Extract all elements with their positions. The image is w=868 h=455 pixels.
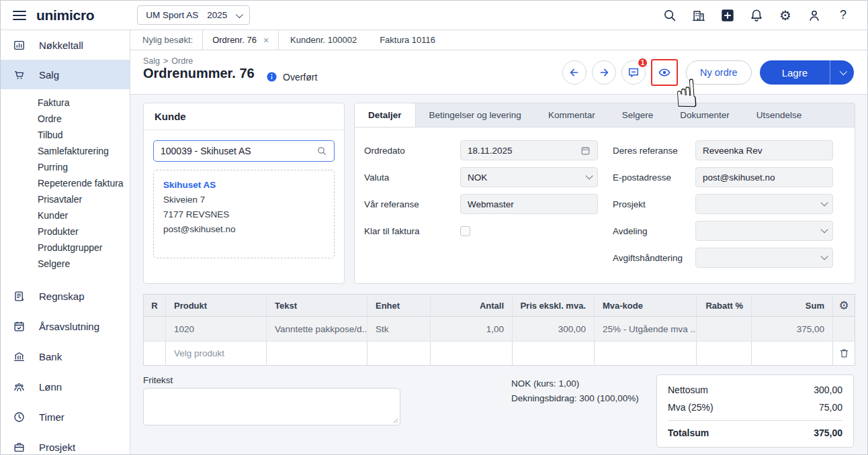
cell-rabatt[interactable]	[697, 317, 752, 341]
trash-icon[interactable]	[838, 348, 850, 359]
prosjekt-select[interactable]	[695, 194, 833, 214]
fritekst-textarea[interactable]	[143, 388, 400, 425]
sidebar-item-faktura[interactable]: Faktura	[1, 95, 130, 111]
arrow-left-icon	[568, 66, 581, 79]
cell-pris-input[interactable]	[513, 342, 595, 365]
close-icon[interactable]: ×	[263, 36, 269, 45]
var-referanse-value: Webmaster	[468, 199, 514, 209]
sidebar-item-label: Bank	[39, 351, 62, 362]
calendar-icon[interactable]	[580, 146, 591, 156]
cell-sum-input[interactable]	[752, 342, 833, 365]
cell-tekst[interactable]: Vanntette pakkpose/d...	[267, 317, 367, 341]
sidebar-item-ordre[interactable]: Ordre	[1, 111, 130, 127]
klar-til-faktura-checkbox[interactable]	[460, 226, 470, 236]
ordredato-input[interactable]: 18.11.2025	[460, 140, 598, 160]
settings-icon[interactable]: ⚙	[777, 7, 793, 23]
company-directory-icon[interactable]	[691, 7, 707, 23]
sidebar-item-salg[interactable]: Salg	[1, 60, 130, 89]
valuta-select[interactable]: NOK	[460, 167, 598, 187]
breadcrumb-salg[interactable]: Salg	[143, 56, 160, 66]
sidebar-item-label: Nøkkeltall	[39, 40, 83, 51]
cell-r	[144, 342, 166, 365]
table-row[interactable]: 1020 Vanntette pakkpose/d... Stk 1,00 30…	[144, 317, 855, 342]
new-order-button[interactable]: Ny ordre	[686, 60, 752, 85]
order-details-panel: Detaljer Betingelser og levering Komment…	[354, 103, 855, 284]
sidebar-item-bank[interactable]: Bank	[1, 342, 130, 372]
cell-enhet[interactable]: Stk	[367, 317, 431, 341]
chevron-down-icon	[820, 252, 828, 260]
cell-tekst-input[interactable]	[267, 342, 367, 365]
save-dropdown-button[interactable]	[830, 60, 854, 85]
forward-button[interactable]	[592, 60, 616, 85]
breadcrumb: Salg>Ordre	[143, 56, 193, 66]
cell-pris[interactable]: 300,00	[513, 317, 595, 341]
preview-button[interactable]	[653, 61, 676, 84]
cell-antall[interactable]: 1,00	[431, 317, 513, 341]
customer-panel-title: Kunde	[144, 103, 344, 130]
user-icon[interactable]	[806, 7, 822, 23]
customer-name-link[interactable]: Skihuset AS	[163, 178, 324, 193]
sidebar-salg-submenu: Faktura Ordre Tilbud Samlefakturering Pu…	[1, 89, 130, 276]
tab-kommentar[interactable]: Kommentar	[535, 103, 609, 127]
avdeling-select[interactable]	[695, 221, 833, 241]
cell-mva-kode[interactable]: 25% - Utgående mva ...	[595, 317, 697, 341]
sidebar-item-repeterende-faktura[interactable]: Repeterende faktura	[1, 175, 130, 191]
table-new-row[interactable]: Velg produkt	[144, 342, 855, 365]
back-button[interactable]	[562, 60, 587, 85]
comments-button[interactable]: 1	[621, 60, 646, 85]
var-referanse-input[interactable]: Webmaster	[460, 194, 598, 214]
sidebar-item-prisavtaler[interactable]: Prisavtaler	[1, 191, 130, 207]
people-icon	[13, 381, 26, 393]
menu-icon[interactable]	[13, 11, 26, 20]
sidebar-item-tilbud[interactable]: Tilbud	[1, 127, 130, 143]
notifications-icon[interactable]	[748, 7, 765, 23]
sidebar-item-kunder[interactable]: Kunder	[1, 207, 130, 223]
cell-rabatt-input[interactable]	[697, 342, 752, 365]
add-new-icon[interactable]	[720, 7, 736, 23]
recent-tab-ordrenr-76[interactable]: Ordrenr. 76 ×	[202, 30, 279, 50]
sidebar-item-prosjekt[interactable]: Prosjekt	[1, 432, 130, 455]
recent-tab-kundenr[interactable]: Kundenr. 100002	[279, 35, 368, 45]
sidebar-item-selgere[interactable]: Selgere	[1, 256, 130, 272]
cell-sum[interactable]: 375,00	[752, 317, 833, 341]
sidebar-item-lonn[interactable]: Lønn	[1, 372, 130, 402]
customer-postal: 7177 REVSNES	[163, 207, 324, 222]
ordredato-label: Ordredato	[364, 146, 460, 156]
sidebar: Nøkkeltall Salg Faktura Ordre Tilbud Sam…	[1, 30, 130, 454]
customer-search-input[interactable]: 100039 - Skihuset AS	[153, 140, 335, 162]
table-settings-icon[interactable]: ⚙	[838, 300, 849, 311]
tab-dokumenter[interactable]: Dokumenter	[666, 103, 743, 127]
breadcrumb-ordre[interactable]: Ordre	[171, 56, 193, 66]
search-icon	[316, 146, 327, 156]
company-selector[interactable]: UM Sport AS 2025	[137, 5, 250, 25]
tab-betingelser-og-levering[interactable]: Betingelser og levering	[416, 103, 535, 127]
cell-enhet-input[interactable]	[367, 342, 431, 365]
sidebar-item-timer[interactable]: Timer	[1, 402, 130, 432]
sidebar-item-purring[interactable]: Purring	[1, 159, 130, 175]
cell-antall-input[interactable]	[431, 342, 513, 365]
sidebar-item-regnskap[interactable]: Regnskap	[1, 281, 130, 311]
avgiftshandtering-select[interactable]	[695, 248, 833, 268]
sidebar-item-samlefakturering[interactable]: Samlefakturering	[1, 143, 130, 159]
help-icon[interactable]: ?	[835, 7, 851, 23]
sidebar-item-arsavslutning[interactable]: Årsavslutning	[1, 311, 130, 342]
sidebar-item-nokkeltall[interactable]: Nøkkeltall	[1, 30, 130, 60]
save-button[interactable]: Lagre	[760, 60, 830, 85]
tab-utsendelse[interactable]: Utsendelse	[743, 103, 816, 127]
epostadresse-input[interactable]: post@skihuset.no	[695, 167, 833, 187]
cell-produkt-input[interactable]: Velg produkt	[166, 342, 267, 365]
customer-search-value: 100039 - Skihuset AS	[161, 146, 251, 156]
tab-selgere[interactable]: Selgere	[609, 103, 667, 127]
sidebar-item-produktgrupper[interactable]: Produktgrupper	[1, 240, 130, 256]
search-icon[interactable]	[662, 7, 678, 23]
preview-highlight-box	[651, 59, 678, 86]
avdeling-label: Avdeling	[613, 226, 695, 236]
col-tekst: Tekst	[267, 295, 367, 316]
cell-produkt[interactable]: 1020	[166, 317, 267, 341]
recent-tab-faktura[interactable]: Faktura 10116	[368, 35, 447, 45]
cell-mva-kode-input[interactable]	[595, 342, 697, 365]
tab-detaljer[interactable]: Detaljer	[355, 103, 416, 127]
deres-referanse-input[interactable]: Reveenka Rev	[695, 140, 833, 160]
sidebar-item-produkter[interactable]: Produkter	[1, 223, 130, 240]
save-split-button: Lagre	[760, 60, 854, 85]
